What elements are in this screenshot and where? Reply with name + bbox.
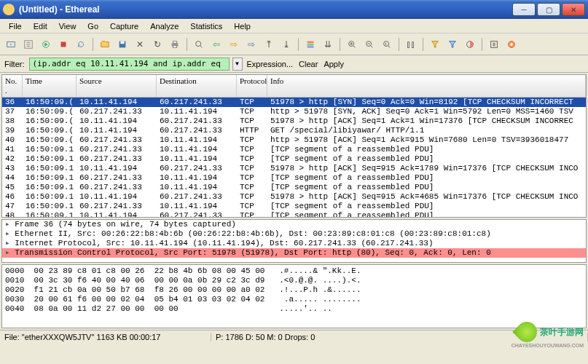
go-last-icon[interactable]: ⤓ bbox=[278, 36, 294, 52]
svg-rect-4 bbox=[61, 41, 66, 47]
app-icon bbox=[3, 4, 15, 15]
packet-list-header: No. . Time Source Destination Protocol I… bbox=[2, 75, 586, 98]
filter-bar: Filter: ▼ Expression... Clear Apply bbox=[0, 55, 588, 73]
help-icon[interactable] bbox=[503, 36, 520, 52]
svg-text:1: 1 bbox=[385, 41, 387, 45]
stop-capture-icon[interactable] bbox=[55, 36, 71, 52]
menu-capture[interactable]: Capture bbox=[104, 20, 144, 32]
menu-view[interactable]: View bbox=[53, 20, 82, 32]
col-no[interactable]: No. . bbox=[2, 75, 23, 97]
packet-row[interactable]: 4216:50:09.160.217.241.3310.11.41.194TCP… bbox=[2, 154, 586, 164]
svg-rect-11 bbox=[307, 41, 314, 43]
menu-edit[interactable]: Edit bbox=[28, 20, 53, 32]
status-bar: File: "etherXXXQW5JTV" 1163 KB 00:00:17 … bbox=[0, 330, 588, 343]
svg-rect-9 bbox=[173, 45, 176, 47]
separator bbox=[340, 38, 340, 51]
col-protocol[interactable]: Protocol bbox=[237, 75, 267, 97]
separator bbox=[399, 38, 399, 51]
separator bbox=[93, 38, 93, 51]
clear-button[interactable]: Clear bbox=[297, 60, 319, 68]
svg-rect-13 bbox=[307, 46, 314, 47]
display-filters-icon[interactable] bbox=[444, 36, 460, 52]
watermark-url: CHAYESHOUYOUWANG.COM bbox=[511, 343, 584, 348]
go-first-icon[interactable]: ⤒ bbox=[261, 36, 277, 52]
interfaces-icon[interactable] bbox=[3, 36, 19, 52]
zoom-100-icon[interactable]: 1 bbox=[379, 36, 395, 52]
packet-row[interactable]: 4816:50:09.110.11.41.19460.217.241.33TCP… bbox=[2, 211, 586, 218]
coloring-rules-icon[interactable] bbox=[462, 36, 478, 52]
filter-dropdown-icon[interactable]: ▼ bbox=[232, 58, 243, 71]
svg-rect-6 bbox=[120, 41, 124, 44]
packet-row[interactable]: 4416:50:09.160.217.241.3310.11.41.194TCP… bbox=[2, 173, 586, 183]
save-icon[interactable] bbox=[114, 36, 130, 52]
open-icon[interactable] bbox=[97, 36, 113, 52]
menu-go[interactable]: Go bbox=[82, 20, 104, 32]
svg-point-10 bbox=[196, 41, 201, 46]
print-icon[interactable] bbox=[167, 36, 183, 52]
menu-file[interactable]: File bbox=[3, 20, 28, 32]
svg-rect-8 bbox=[173, 41, 176, 43]
add-expression-button[interactable]: Expression... bbox=[246, 60, 295, 68]
go-forward-icon[interactable]: ⇨ bbox=[226, 36, 242, 52]
status-file: File: "etherXXXQW5JTV" 1163 KB 00:00:17 bbox=[0, 333, 211, 341]
minimize-button[interactable]: ─ bbox=[512, 3, 536, 16]
start-capture-icon[interactable] bbox=[38, 36, 54, 52]
filter-label: Filter: bbox=[3, 60, 26, 68]
go-back-icon[interactable]: ⇦ bbox=[208, 36, 224, 52]
auto-scroll-icon[interactable]: ⇊ bbox=[320, 36, 336, 52]
svg-rect-12 bbox=[307, 44, 314, 46]
col-time[interactable]: Time bbox=[23, 75, 77, 97]
packet-row[interactable]: 3716:50:09.(60.217.241.3310.11.41.194TCP… bbox=[2, 107, 586, 116]
col-info[interactable]: Info bbox=[267, 75, 586, 97]
svg-point-1 bbox=[10, 44, 12, 45]
capture-filters-icon[interactable] bbox=[427, 36, 443, 52]
menu-bar: File Edit View Go Capture Analyze Statis… bbox=[0, 19, 588, 33]
menu-help[interactable]: Help bbox=[228, 20, 256, 32]
toolbar: ✕ ↻ ⇦ ⇨ ⇨ ⤒ ⤓ ⇊ 1 ⫿⫿ bbox=[0, 33, 588, 55]
packet-list-pane[interactable]: No. . Time Source Destination Protocol I… bbox=[1, 74, 587, 218]
tree-row[interactable]: Transmission Control Protocol, Src Port:… bbox=[2, 248, 586, 258]
go-to-icon[interactable]: ⇨ bbox=[243, 36, 259, 52]
packet-row[interactable]: 3616:50:09.(10.11.41.19460.217.241.33TCP… bbox=[2, 98, 586, 107]
options-icon[interactable] bbox=[20, 36, 36, 52]
packet-row[interactable]: 4316:50:09.110.11.41.19460.217.241.33TCP… bbox=[2, 164, 586, 173]
tree-row[interactable]: Internet Protocol, Src: 10.11.41.194 (10… bbox=[2, 239, 586, 248]
col-destination[interactable]: Destination bbox=[157, 75, 237, 97]
zoom-in-icon[interactable] bbox=[344, 36, 360, 52]
tree-row[interactable]: Ethernet II, Src: 00:26:22:b8:4b:6b (00:… bbox=[2, 229, 586, 239]
col-source[interactable]: Source bbox=[77, 75, 157, 97]
separator bbox=[187, 38, 187, 51]
separator bbox=[423, 38, 423, 51]
title-bar: (Untitled) - Ethereal ─ ▢ ✕ bbox=[0, 0, 588, 19]
packet-bytes-pane[interactable]: 0000 00 23 89 c8 01 c8 00 26 22 b8 4b 6b… bbox=[1, 264, 587, 328]
packet-row[interactable]: 4116:50:09.160.217.241.3310.11.41.194TCP… bbox=[2, 145, 586, 154]
reload-icon[interactable]: ↻ bbox=[149, 36, 165, 52]
resize-columns-icon[interactable]: ⫿⫿ bbox=[403, 36, 419, 52]
maximize-button[interactable]: ▢ bbox=[537, 3, 560, 16]
restart-capture-icon[interactable] bbox=[73, 36, 89, 52]
preferences-icon[interactable] bbox=[486, 36, 502, 52]
packet-row[interactable]: 3816:50:09.(10.11.41.19460.217.241.33TCP… bbox=[2, 116, 586, 126]
colorize-icon[interactable] bbox=[302, 36, 318, 52]
svg-point-21 bbox=[510, 43, 513, 46]
packet-row[interactable]: 4516:50:09.160.217.241.3310.11.41.194TCP… bbox=[2, 183, 586, 192]
apply-button[interactable]: Apply bbox=[322, 60, 345, 68]
packet-row[interactable]: 4616:50:09.110.11.41.19460.217.241.33TCP… bbox=[2, 192, 586, 202]
menu-statistics[interactable]: Statistics bbox=[184, 20, 228, 32]
packet-details-pane[interactable]: Frame 36 (74 bytes on wire, 74 bytes cap… bbox=[1, 219, 587, 263]
packet-row[interactable]: 4716:50:09.160.217.241.3310.11.41.194TCP… bbox=[2, 202, 586, 211]
separator bbox=[298, 38, 299, 51]
menu-analyze[interactable]: Analyze bbox=[144, 20, 184, 32]
packet-row[interactable]: 4016:50:09.(60.217.241.3310.11.41.194TCP… bbox=[2, 135, 586, 145]
status-packets: P: 1786 D: 50 M: 0 Drops: 0 bbox=[211, 333, 588, 341]
close-button[interactable]: ✕ bbox=[562, 3, 585, 16]
separator bbox=[482, 38, 482, 51]
close-file-icon[interactable]: ✕ bbox=[132, 36, 148, 52]
packet-row[interactable]: 3916:50:09.(10.11.41.19460.217.241.33HTT… bbox=[2, 126, 586, 135]
filter-input[interactable] bbox=[29, 58, 230, 71]
zoom-out-icon[interactable] bbox=[361, 36, 377, 52]
tree-row[interactable]: Frame 36 (74 bytes on wire, 74 bytes cap… bbox=[2, 220, 586, 229]
find-icon[interactable] bbox=[191, 36, 207, 52]
window-title: (Untitled) - Ethereal bbox=[19, 4, 512, 15]
